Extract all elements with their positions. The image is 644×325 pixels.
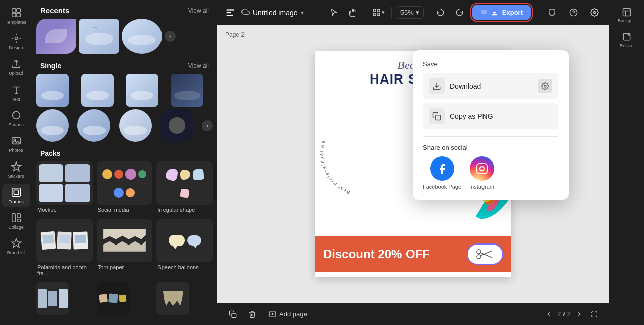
sidebar-item-brand[interactable]: Brand kit: [2, 235, 30, 259]
toolbar-divider-2: [391, 7, 392, 19]
single-thumb-1[interactable]: [36, 74, 69, 107]
toolbar-divider-1: [366, 7, 366, 19]
recents-next-btn[interactable]: ›: [165, 31, 176, 42]
recent-thumb-2[interactable]: ~~: [79, 19, 119, 54]
app-logo[interactable]: [223, 6, 237, 20]
prev-page-btn[interactable]: [542, 308, 555, 321]
svg-point-4: [15, 37, 18, 40]
recents-row: ~~ ›: [36, 19, 213, 54]
copy-png-icon: [429, 108, 445, 124]
right-tool-resize[interactable]: Resize: [612, 29, 642, 51]
bottombar: Add page 2 / 2: [217, 303, 609, 325]
recent-thumb-3[interactable]: [122, 19, 162, 54]
svg-rect-10: [12, 214, 15, 222]
svg-rect-0: [12, 9, 15, 12]
circular-text-svg: Best Professional Hair Cut: [320, 101, 380, 201]
pointer-tool-btn[interactable]: [326, 4, 343, 21]
sidebar-item-design[interactable]: Design: [2, 30, 30, 53]
add-page-label: Add page: [279, 310, 307, 318]
title-chevron-icon: ▾: [301, 9, 304, 16]
sidebar-item-shapes[interactable]: Shapes: [2, 107, 30, 130]
export-dropdown-panel: Save Download: [413, 50, 569, 200]
copy-png-left: Copy as PNG: [429, 108, 493, 124]
copy-png-option[interactable]: Copy as PNG: [423, 103, 558, 129]
redo-btn[interactable]: [451, 4, 468, 21]
panel-scroll-area: ~~ › Single View all: [32, 19, 217, 325]
help-btn[interactable]: [565, 4, 582, 21]
svg-rect-8: [12, 188, 20, 197]
svg-point-5: [12, 112, 20, 119]
file-title-area[interactable]: Untitled image ▾: [242, 8, 304, 17]
zoom-btn[interactable]: 55% ▾: [396, 6, 424, 19]
recent-thumb-1[interactable]: [36, 19, 76, 54]
pack-irregular-shape[interactable]: Irregular shape: [156, 161, 213, 215]
single-next-btn[interactable]: ›: [202, 120, 213, 131]
fullscreen-btn[interactable]: [588, 308, 601, 321]
download-option-left: Download: [429, 78, 481, 94]
sidebar-item-upload[interactable]: Upload: [2, 55, 30, 79]
sidebar-item-templates[interactable]: Templates: [2, 4, 30, 28]
hand-tool-btn[interactable]: [345, 4, 362, 21]
discount-text: Discount 20% OFF: [323, 247, 430, 261]
topbar: Untitled image ▾ ▾: [217, 0, 609, 25]
canvas-area: Page 2 Beauty HAIR SALON Best Profession…: [217, 25, 609, 303]
extra-thumb-1[interactable]: [36, 282, 69, 315]
add-page-btn[interactable]: Add page: [264, 307, 312, 321]
next-page-btn[interactable]: [573, 308, 586, 321]
dropdown-divider: [423, 136, 558, 137]
single-thumb-3[interactable]: [126, 74, 158, 107]
svg-rect-9: [14, 190, 18, 194]
pack-torn-paper[interactable]: Torn paper: [97, 219, 153, 278]
scissors-icon: [476, 249, 494, 260]
single-thumb-5[interactable]: [36, 109, 69, 142]
download-label: Download: [450, 82, 481, 90]
grid-tool-btn[interactable]: ▾: [370, 4, 387, 21]
packs-section-header: Packs: [36, 144, 213, 161]
pack-mockup-label: Mockup: [36, 205, 93, 215]
sidebar-label-brand: Brand kit: [7, 251, 25, 256]
pack-social-media[interactable]: Social media: [97, 161, 153, 215]
pack-mockup[interactable]: Mockup: [36, 161, 93, 215]
download-settings-icon[interactable]: [538, 79, 552, 93]
single-thumb-2[interactable]: [81, 74, 114, 107]
file-title: Untitled image: [253, 9, 298, 17]
recents-view-all[interactable]: View all: [188, 7, 209, 14]
sidebar-item-frames[interactable]: Frames: [2, 184, 30, 207]
panel-recents-header: Recents View all: [32, 0, 217, 19]
facebook-share-item[interactable]: Facebook Page: [423, 156, 461, 190]
single-thumb-8[interactable]: [160, 109, 193, 142]
extra-thumb-2[interactable]: [97, 282, 129, 315]
svg-rect-12: [17, 219, 20, 222]
share-social-label: Share on social: [423, 144, 558, 151]
download-option[interactable]: Download: [423, 73, 558, 99]
sidebar-item-stickers[interactable]: Stickers: [2, 158, 30, 182]
sidebar-label-upload: Upload: [9, 71, 23, 76]
single-thumb-4[interactable]: [171, 74, 203, 107]
extra-thumb-3[interactable]: [156, 282, 189, 315]
frames-panel: Recents View all ~~ › Single View all: [32, 0, 217, 325]
main-area: Untitled image ▾ ▾: [217, 0, 609, 325]
page-total: 2: [567, 310, 571, 318]
sidebar-item-collage[interactable]: Collage: [2, 209, 30, 233]
pack-speech-balloons[interactable]: Speech balloons: [156, 219, 213, 278]
undo-btn[interactable]: [432, 4, 449, 21]
shield-btn[interactable]: [543, 4, 560, 21]
sidebar-label-photos: Photos: [9, 148, 23, 153]
delete-page-btn[interactable]: [245, 307, 260, 322]
single-thumb-6[interactable]: [77, 109, 110, 142]
export-btn[interactable]: Export: [472, 5, 531, 20]
copy-page-btn[interactable]: [225, 307, 240, 322]
svg-rect-16: [373, 9, 376, 12]
single-thumb-7[interactable]: [119, 109, 152, 142]
sidebar-label-shapes: Shapes: [8, 122, 24, 127]
sidebar-item-text[interactable]: Text: [2, 81, 30, 105]
instagram-share-item[interactable]: Instagram: [469, 156, 494, 190]
sidebar-item-photos[interactable]: Photos: [2, 132, 30, 156]
settings-btn[interactable]: [586, 4, 603, 21]
svg-rect-18: [373, 13, 376, 16]
sidebar-label-templates: Templates: [6, 20, 26, 25]
svg-text:Best Professional Hair Cut: Best Professional Hair Cut: [320, 101, 351, 195]
pack-polaroids[interactable]: Polaroids and photo fra...: [36, 219, 93, 278]
single-view-all[interactable]: View all: [188, 62, 209, 69]
right-tool-background[interactable]: Backgr...: [612, 4, 642, 27]
